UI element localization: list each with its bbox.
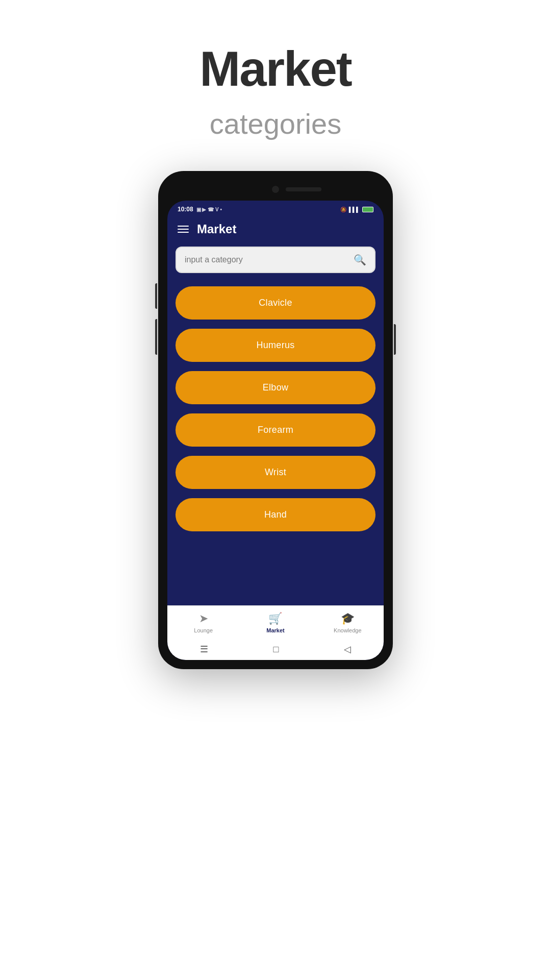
speaker-grille	[286, 187, 321, 191]
search-container: 🔍	[167, 243, 384, 281]
status-bar: 10:08 ▣ ▶ ☎ V • 🔕 ▌▌▌	[167, 201, 384, 216]
battery-fill	[363, 207, 373, 212]
status-left: 10:08 ▣ ▶ ☎ V •	[178, 206, 222, 213]
category-btn-clavicle[interactable]: Clavicle	[176, 286, 375, 320]
page-heading-subtitle: categories	[210, 107, 341, 140]
bottom-nav: ➤ Lounge 🛒 Market 🎓 Knowledge	[167, 605, 384, 638]
android-nav-bar: ☰ □ ◁	[167, 638, 384, 660]
android-menu-button[interactable]: ☰	[200, 644, 208, 655]
battery-icon	[362, 207, 373, 212]
volume-up-button	[155, 283, 157, 309]
hamburger-line-3	[178, 232, 189, 233]
mute-icon: 🔕	[340, 207, 346, 212]
category-btn-forearm[interactable]: Forearm	[176, 413, 375, 447]
camera-dot	[272, 186, 279, 193]
lounge-label: Lounge	[194, 627, 213, 633]
nav-item-knowledge[interactable]: 🎓 Knowledge	[330, 612, 365, 633]
market-label: Market	[266, 627, 284, 633]
status-icons: ▣ ▶ ☎ V •	[196, 207, 222, 212]
signal-icon: ▌▌▌	[349, 207, 360, 212]
search-icon[interactable]: 🔍	[354, 254, 366, 266]
page-heading-title: Market	[199, 41, 351, 97]
phone-screen: 10:08 ▣ ▶ ☎ V • 🔕 ▌▌▌ Market	[167, 201, 384, 660]
phone-frame: 10:08 ▣ ▶ ☎ V • 🔕 ▌▌▌ Market	[158, 171, 393, 669]
category-btn-humerus[interactable]: Humerus	[176, 329, 375, 362]
app-title: Market	[197, 222, 236, 236]
market-icon: 🛒	[268, 612, 282, 625]
search-input[interactable]	[185, 255, 348, 264]
power-button	[394, 324, 396, 355]
hamburger-line-1	[178, 226, 189, 227]
hamburger-menu-button[interactable]	[178, 226, 189, 233]
category-btn-hand[interactable]: Hand	[176, 498, 375, 531]
phone-top-bar	[167, 180, 384, 199]
status-time: 10:08	[178, 206, 193, 213]
android-back-button[interactable]: ◁	[344, 644, 351, 655]
app-header: Market	[167, 216, 384, 243]
status-right: 🔕 ▌▌▌	[340, 207, 373, 212]
categories-list: ClavicleHumerusElbowForearmWristHand	[167, 281, 384, 605]
category-btn-elbow[interactable]: Elbow	[176, 371, 375, 404]
hamburger-line-2	[178, 229, 189, 230]
nav-item-lounge[interactable]: ➤ Lounge	[186, 612, 221, 633]
category-btn-wrist[interactable]: Wrist	[176, 456, 375, 489]
android-home-button[interactable]: □	[273, 644, 279, 655]
lounge-icon: ➤	[199, 612, 208, 625]
search-bar: 🔍	[176, 247, 375, 273]
volume-down-button	[155, 319, 157, 355]
knowledge-icon: 🎓	[341, 612, 355, 625]
nav-item-market[interactable]: 🛒 Market	[258, 612, 293, 633]
knowledge-label: Knowledge	[334, 627, 361, 633]
